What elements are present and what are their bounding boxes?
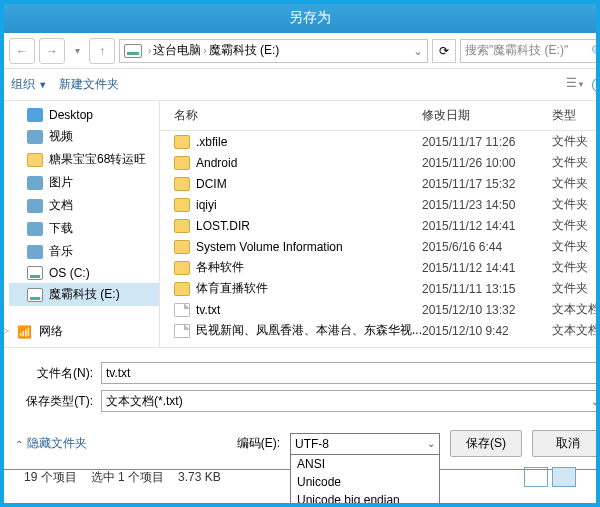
- sidebar-item-desktop[interactable]: Desktop: [9, 105, 159, 125]
- search-placeholder: 搜索"魔霸科技 (E:)": [465, 42, 568, 59]
- file-row[interactable]: tv.txt2015/12/10 13:32文本文档: [160, 299, 600, 320]
- file-type: 文本文档: [552, 322, 600, 339]
- refresh-icon: [439, 44, 449, 58]
- network-icon: 📶: [17, 325, 33, 339]
- file-date: 2015/11/23 14:50: [422, 198, 552, 212]
- encoding-label: 编码(E):: [237, 435, 280, 452]
- save-button[interactable]: 保存(S): [450, 430, 522, 457]
- nav-back-button[interactable]: [9, 38, 35, 64]
- status-items: 19 个项目: [24, 469, 77, 486]
- nav-up-button[interactable]: [89, 38, 115, 64]
- file-name: 各种软件: [196, 259, 422, 276]
- folder-icon: [27, 153, 43, 167]
- file-icon: [174, 303, 190, 317]
- hide-folders-link[interactable]: 隐藏文件夹: [15, 435, 87, 452]
- chevron-up-icon: [15, 437, 23, 451]
- file-date: 2015/6/16 6:44: [422, 240, 552, 254]
- file-list: .xbfile2015/11/17 11:26文件夹Android2015/11…: [160, 131, 600, 341]
- file-row[interactable]: 民视新闻、凤凰香港、本港台、东森华视...2015/12/10 9:42文本文档: [160, 320, 600, 341]
- file-date: 2015/11/12 14:41: [422, 219, 552, 233]
- file-row[interactable]: LOST.DIR2015/11/12 14:41文件夹: [160, 215, 600, 236]
- file-row[interactable]: 体育直播软件2015/11/11 13:15文件夹: [160, 278, 600, 299]
- search-input[interactable]: 搜索"魔霸科技 (E:)": [460, 39, 600, 63]
- file-row[interactable]: 各种软件2015/11/12 14:41文件夹: [160, 257, 600, 278]
- breadcrumb[interactable]: › 这台电脑 › 魔霸科技 (E:) ⌄: [119, 39, 428, 63]
- filename-input[interactable]: tv.txt: [101, 362, 600, 384]
- file-name: .xbfile: [196, 135, 422, 149]
- desktop-icon: [27, 108, 43, 122]
- encoding-option[interactable]: Unicode: [291, 473, 439, 491]
- sidebar-item-drive-e[interactable]: 魔霸科技 (E:): [9, 283, 159, 306]
- encoding-option[interactable]: ANSI: [291, 455, 439, 473]
- status-selected: 选中 1 个项目: [91, 469, 164, 486]
- file-row[interactable]: System Volume Information2015/6/16 6:44文…: [160, 236, 600, 257]
- file-row[interactable]: DCIM2015/11/17 15:32文件夹: [160, 173, 600, 194]
- encoding-dropdown: ANSIUnicodeUnicode big endianUTF-8: [290, 454, 440, 508]
- breadcrumb-item[interactable]: 魔霸科技 (E:): [209, 42, 280, 59]
- chevron-down-icon: ⌄: [427, 438, 435, 449]
- help-icon[interactable]: [592, 77, 600, 93]
- file-type: 文件夹: [552, 217, 600, 234]
- encoding-select[interactable]: UTF-8 ⌄: [290, 433, 440, 455]
- file-row[interactable]: .xbfile2015/11/17 11:26文件夹: [160, 131, 600, 152]
- folder-icon: [27, 199, 43, 213]
- file-type: 文本文档: [552, 301, 600, 318]
- titlebar: 另存为: [3, 3, 600, 33]
- filetype-select[interactable]: 文本文档(*.txt)⌄: [101, 390, 600, 412]
- folder-icon: [174, 240, 190, 254]
- breadcrumb-dropdown-icon[interactable]: ⌄: [413, 44, 423, 58]
- folder-icon: [27, 130, 43, 144]
- file-date: 2015/11/12 14:41: [422, 261, 552, 275]
- file-date: 2015/12/10 13:32: [422, 303, 552, 317]
- breadcrumb-item[interactable]: 这台电脑: [153, 42, 201, 59]
- status-size: 3.73 KB: [178, 470, 221, 484]
- file-date: 2015/11/17 15:32: [422, 177, 552, 191]
- sidebar-item-drive-c[interactable]: OS (C:): [9, 263, 159, 283]
- file-name: DCIM: [196, 177, 422, 191]
- sidebar-item-user[interactable]: 糖果宝宝68转运旺: [9, 148, 159, 171]
- organize-button[interactable]: 组织 ▼: [11, 76, 47, 93]
- file-name: 体育直播软件: [196, 280, 422, 297]
- chevron-right-icon: ›: [203, 45, 206, 56]
- sidebar-item-music[interactable]: 音乐: [9, 240, 159, 263]
- column-date[interactable]: 修改日期: [422, 107, 552, 124]
- column-name[interactable]: 名称: [164, 107, 422, 124]
- file-row[interactable]: iqiyi2015/11/23 14:50文件夹: [160, 194, 600, 215]
- file-icon: [174, 324, 190, 338]
- refresh-button[interactable]: [432, 39, 456, 63]
- file-date: 2015/11/11 13:15: [422, 282, 552, 296]
- sidebar-item-network[interactable]: ▷📶网络: [9, 320, 159, 343]
- file-date: 2015/11/17 11:26: [422, 135, 552, 149]
- folder-icon: [174, 177, 190, 191]
- view-details-icon[interactable]: [524, 467, 548, 487]
- filename-label: 文件名(N):: [15, 365, 93, 382]
- filetype-label: 保存类型(T):: [15, 393, 93, 410]
- folder-icon: [174, 156, 190, 170]
- folder-icon: [174, 219, 190, 233]
- file-name: tv.txt: [196, 303, 422, 317]
- file-row[interactable]: Android2015/11/26 10:00文件夹: [160, 152, 600, 173]
- nav-forward-button[interactable]: [39, 38, 65, 64]
- column-type[interactable]: 类型: [552, 107, 600, 124]
- sidebar-item-documents[interactable]: 文档: [9, 194, 159, 217]
- sidebar-item-downloads[interactable]: 下载: [9, 217, 159, 240]
- file-name: System Volume Information: [196, 240, 422, 254]
- encoding-option[interactable]: Unicode big endian: [291, 491, 439, 508]
- folder-icon: [174, 261, 190, 275]
- nav-history-dropdown[interactable]: [69, 38, 85, 64]
- sidebar: Desktop 视频 糖果宝宝68转运旺 图片 文档 下载 音乐 OS (C:)…: [3, 101, 160, 347]
- new-folder-button[interactable]: 新建文件夹: [59, 76, 119, 93]
- cancel-button[interactable]: 取消: [532, 430, 600, 457]
- view-options-button[interactable]: ☰▼: [566, 76, 586, 94]
- sidebar-item-pictures[interactable]: 图片: [9, 171, 159, 194]
- view-large-icons-icon[interactable]: [552, 467, 576, 487]
- folder-icon: [174, 135, 190, 149]
- drive-icon: [27, 266, 43, 280]
- file-type: 文件夹: [552, 196, 600, 213]
- tree-expand-icon[interactable]: ▷: [9, 326, 14, 337]
- column-headers[interactable]: 名称 修改日期 类型: [160, 101, 600, 131]
- file-name: 民视新闻、凤凰香港、本港台、东森华视...: [196, 322, 422, 339]
- title-text: 另存为: [289, 9, 331, 27]
- chevron-right-icon: ›: [148, 45, 151, 56]
- sidebar-item-videos[interactable]: 视频: [9, 125, 159, 148]
